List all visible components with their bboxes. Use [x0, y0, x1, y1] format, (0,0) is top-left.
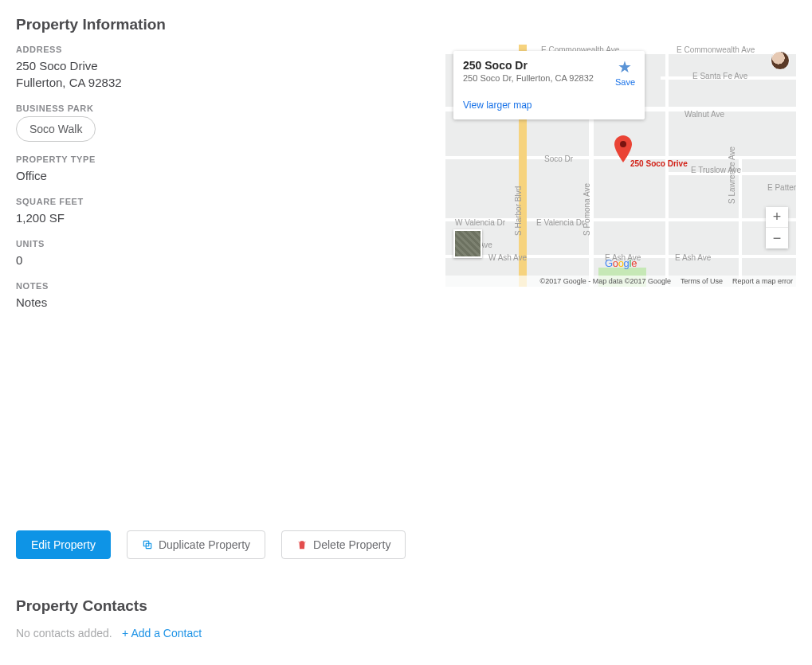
street-label: W Valencia Dr — [455, 218, 505, 227]
field-label-notes: NOTES — [16, 281, 426, 291]
units-value: 0 — [16, 252, 426, 268]
zoom-in-button[interactable]: + — [766, 207, 788, 228]
edit-property-label: Edit Property — [31, 538, 96, 551]
address-line1: 250 Soco Drive — [16, 57, 426, 74]
duplicate-property-label: Duplicate Property — [159, 538, 250, 551]
property-information-heading: Property Information — [16, 16, 426, 33]
map-zoom-controls: + − — [766, 207, 788, 248]
map-report-link[interactable]: Report a map error — [732, 277, 793, 285]
field-label-business-park: BUSINESS PARK — [16, 104, 426, 113]
field-address: ADDRESS 250 Soco Drive Fullerton, CA 928… — [16, 45, 426, 91]
trash-icon — [296, 539, 308, 550]
contacts-empty-text: No contacts added. — [16, 627, 112, 640]
duplicate-property-button[interactable]: Duplicate Property — [127, 530, 265, 559]
delete-property-label: Delete Property — [313, 538, 390, 551]
square-feet-value: 1,200 SF — [16, 209, 426, 226]
field-business-park: BUSINESS PARK Soco Walk — [16, 104, 426, 142]
google-logo: Google — [605, 257, 637, 269]
street-label: W Ash Ave — [488, 253, 527, 262]
map-info-title: 250 Soco Dr — [463, 59, 594, 72]
map-info-subtitle: 250 Soco Dr, Fullerton, CA 92832 — [463, 73, 594, 83]
address-line2: Fullerton, CA 92832 — [16, 74, 426, 91]
field-label-units: UNITS — [16, 239, 426, 248]
add-contact-link[interactable]: + Add a Contact — [122, 627, 202, 640]
property-type-value: Office — [16, 167, 426, 184]
notes-value: Notes — [16, 294, 426, 311]
map-satellite-toggle[interactable] — [453, 229, 482, 258]
street-label: S Pomona Ave — [583, 183, 591, 236]
street-label: E Patter — [767, 183, 796, 192]
business-park-pill[interactable]: Soco Walk — [16, 116, 96, 142]
field-property-type: PROPERTY TYPE Office — [16, 155, 426, 184]
field-label-property-type: PROPERTY TYPE — [16, 155, 426, 164]
property-contacts-heading: Property Contacts — [16, 597, 796, 615]
field-label-square-feet: SQUARE FEET — [16, 197, 426, 206]
street-label: Soco Dr — [544, 155, 573, 163]
street-label: E Ash Ave — [675, 253, 711, 262]
edit-property-button[interactable]: Edit Property — [16, 530, 111, 559]
map-pin-icon[interactable] — [614, 135, 632, 166]
street-label: S Harbor Blvd — [514, 186, 523, 236]
zoom-out-button[interactable]: − — [766, 228, 788, 248]
view-larger-map-link[interactable]: View larger map — [463, 100, 532, 111]
map-copyright: ©2017 Google - Map data ©2017 Google — [540, 277, 671, 285]
delete-property-button[interactable]: Delete Property — [281, 530, 406, 559]
map-info-card: 250 Soco Dr 250 Soco Dr, Fullerton, CA 9… — [453, 51, 645, 119]
street-label: E Commonwealth Ave — [677, 45, 755, 54]
map-save-link[interactable]: Save — [615, 77, 635, 87]
map-attribution: ©2017 Google - Map data ©2017 Google Ter… — [445, 276, 796, 287]
map[interactable]: E Commonwealth Ave E Commonwealth Ave E … — [445, 45, 796, 287]
svg-point-0 — [620, 141, 626, 147]
field-units: UNITS 0 — [16, 239, 426, 268]
field-notes: NOTES Notes — [16, 281, 426, 311]
street-label: Walnut Ave — [685, 110, 724, 119]
map-terms-link[interactable]: Terms of Use — [681, 277, 723, 285]
street-label: E Valencia Dr — [536, 218, 584, 227]
street-label: E Santa Fe Ave — [692, 72, 747, 80]
avatar[interactable] — [771, 51, 790, 70]
copy-icon — [142, 539, 153, 550]
street-label: S Lawrence Ave — [728, 147, 736, 204]
star-icon[interactable]: ★ — [618, 58, 632, 76]
field-square-feet: SQUARE FEET 1,200 SF — [16, 197, 426, 226]
field-label-address: ADDRESS — [16, 45, 426, 54]
map-pin-label: 250 Soco Drive — [630, 159, 688, 168]
